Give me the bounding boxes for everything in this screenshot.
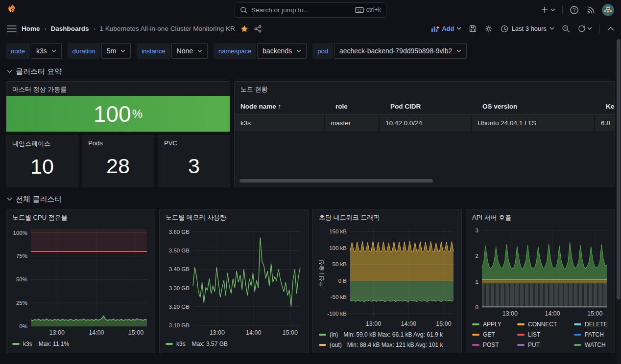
charts-row: 노드별 CPU 점유율0%25%50%75%100%13:0014:0015:0… [6, 209, 615, 353]
page-scrollbar-track [617, 39, 621, 364]
svg-text:3.40 GB: 3.40 GB [169, 266, 190, 272]
news-button[interactable] [586, 5, 595, 15]
legend-label: WATCH [585, 341, 606, 348]
dashboard-canvas: nodek3sduration5minstanceNonenamespaceba… [0, 38, 621, 353]
new-button[interactable] [541, 6, 555, 14]
master-uptime-gauge: 100 % [6, 96, 230, 132]
legend-item-WATCH[interactable]: WATCH [574, 340, 615, 350]
nodes-table: Node name ↑rolePod CIDROS versionKek3sma… [235, 99, 615, 131]
mega-menu-toggle[interactable] [7, 25, 17, 33]
share-icon [254, 24, 262, 33]
variable-value-node[interactable]: k3s [31, 43, 62, 59]
legend-label: POST [483, 341, 499, 348]
legend-item-POST[interactable]: POST [472, 340, 517, 350]
legend-stats: Min: 88.4 kB Max: 121 kB Avg: 101 k [347, 341, 443, 348]
collapse-toolbar-button[interactable] [607, 26, 614, 31]
legend-item-APPLY[interactable]: APPLY [472, 319, 517, 329]
variable-value-pod[interactable]: aecheck-backend-79dd95b898-9vlb2 [334, 43, 467, 59]
panel-stat-Pods: Pods28 [82, 136, 154, 187]
help-icon: ? [570, 5, 579, 15]
legend-item-CONNECT[interactable]: CONNECT [517, 319, 574, 329]
legend-color-chip [472, 334, 479, 336]
table-horizontal-scrollbar[interactable] [239, 179, 433, 182]
legend-color-chip [517, 344, 525, 346]
legend-item-GET[interactable]: GET [472, 329, 517, 340]
svg-text:2: 2 [476, 253, 478, 259]
gear-icon [484, 24, 493, 33]
svg-text:0 B: 0 B [338, 278, 347, 284]
variable-selected-value: None [177, 47, 193, 55]
legend-cpu: k3sMax: 11.1% [11, 337, 150, 350]
legend-label: LIST [528, 331, 540, 338]
time-range-picker[interactable]: Last 3 hours [501, 25, 554, 33]
svg-text:25%: 25% [16, 300, 27, 306]
favorite-button[interactable] [240, 24, 249, 33]
legend-item-k3s[interactable]: k3sMax: 3.57 GB [166, 338, 302, 350]
row-header-cluster-summary[interactable]: 클러스터 요약 [7, 65, 615, 78]
variable-instance: instanceNone [137, 43, 208, 59]
add-panel-button[interactable]: Add [431, 25, 461, 32]
table-cell: k3s [235, 114, 324, 131]
svg-text:13:00: 13:00 [49, 329, 65, 336]
row-header-whole-cluster[interactable]: 전체 클러스터 [7, 192, 615, 206]
column-header-Node name[interactable]: Node name ↑ [240, 103, 330, 110]
search-input[interactable]: Search or jump to... ctrl+k [235, 2, 386, 18]
variable-value-namespace[interactable]: backends [257, 43, 307, 59]
chevron-down-icon [296, 49, 301, 53]
legend-item-(in)[interactable]: (in)Min: 59.0 kB Max: 66.1 kB Avg: 61.9 … [319, 329, 455, 340]
chevron-down-icon [587, 27, 592, 30]
dashboard-settings-button[interactable] [484, 24, 493, 33]
breadcrumb-home[interactable]: Home [22, 25, 40, 32]
legend-label: (out) [330, 341, 342, 348]
legend-item-k3s[interactable]: k3sMax: 11.1% [12, 338, 149, 350]
legend-item-PUT[interactable]: PUT [517, 340, 574, 350]
legend-api: APPLYCONNECTDELETEGETLISTPATCHPOSTPUTWAT… [471, 318, 610, 350]
svg-text:14:00: 14:00 [246, 329, 261, 336]
legend-item-PATCH[interactable]: PATCH [574, 329, 615, 340]
refresh-icon [577, 24, 586, 33]
svg-text:3.10 GB: 3.10 GB [169, 322, 190, 328]
refresh-button[interactable] [577, 24, 592, 33]
svg-text:3.60 GB: 3.60 GB [169, 229, 190, 235]
breadcrumb-separator: › [45, 25, 47, 32]
column-header-OS version[interactable]: OS version [477, 103, 600, 110]
variable-namespace: namespacebackends [214, 43, 307, 59]
help-button[interactable]: ? [570, 5, 579, 15]
legend-color-chip [319, 344, 326, 346]
legend-item-(out)[interactable]: (out)Min: 88.4 kB Max: 121 kB Avg: 101 k [319, 340, 455, 350]
save-dashboard-button[interactable] [469, 24, 477, 33]
column-header-Ke[interactable]: Ke [600, 103, 615, 110]
page-scrollbar[interactable] [617, 39, 621, 299]
chevron-down-icon [7, 197, 12, 201]
variable-selected-value: 5m [107, 47, 116, 55]
chevron-down-icon [549, 27, 554, 30]
star-icon [240, 24, 249, 33]
variable-value-duration[interactable]: 5m [101, 43, 131, 59]
variable-duration: duration5m [68, 43, 131, 59]
variable-value-instance[interactable]: None [171, 43, 208, 59]
svg-text:?: ? [573, 7, 576, 13]
rss-icon [586, 5, 595, 15]
chevron-down-icon [7, 69, 12, 73]
column-header-role[interactable]: role [330, 103, 384, 110]
svg-text:75%: 75% [16, 253, 27, 259]
grafana-app: Search or jump to... ctrl+k ? [0, 0, 621, 353]
svg-text:3.30 GB: 3.30 GB [169, 285, 190, 291]
user-avatar[interactable] [602, 4, 614, 16]
variable-label-instance: instance [137, 43, 170, 59]
legend-label: k3s [23, 341, 32, 347]
share-button[interactable] [254, 24, 262, 33]
grafana-logo-icon[interactable] [7, 3, 19, 16]
panel-master-uptime: 마스터 정상 가동률 100 % [6, 81, 230, 132]
legend-item-LIST[interactable]: LIST [517, 329, 574, 340]
zoom-out-time-button[interactable] [562, 24, 570, 33]
breadcrumb-dashboards[interactable]: Dashboards [51, 25, 89, 32]
column-header-Pod CIDR[interactable]: Pod CIDR [384, 103, 477, 110]
table-header-row: Node name ↑rolePod CIDROS versionKe [235, 99, 615, 114]
svg-text:50%: 50% [16, 276, 27, 282]
nav-divider [562, 5, 563, 14]
variable-selected-value: k3s [36, 47, 47, 55]
stat-value: 3 [158, 149, 230, 187]
legend-item-DELETE[interactable]: DELETE [574, 319, 615, 329]
table-row[interactable]: k3smaster10.42.0.0/24Ubuntu 24.04.1 LTS6… [235, 114, 615, 131]
